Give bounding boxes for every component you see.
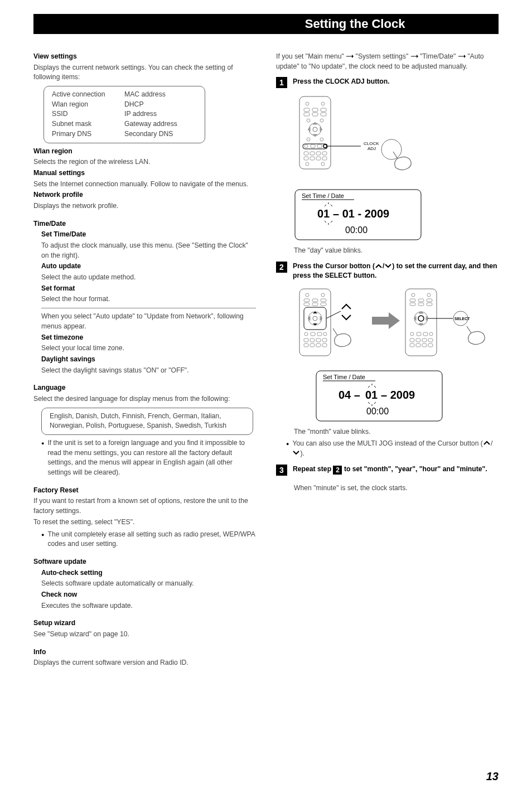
auto-check-text: Selects software update automatically or… (41, 579, 256, 589)
lcd-after: – 2009 (381, 389, 415, 401)
set-format-text: Select the hour format. (41, 294, 256, 304)
bullet-icon (41, 438, 44, 478)
check-now-text: Executes the software update. (41, 601, 256, 611)
manual-settings-text: Sets the Internet connection manually. F… (33, 180, 256, 190)
svg-text:ADJ: ADJ (367, 146, 376, 151)
arrow-icon (458, 52, 466, 62)
svg-marker-1 (352, 55, 354, 58)
lcd-day: 01 (317, 207, 330, 220)
step-3-note: When "minute" is set, the clock starts. (294, 483, 499, 494)
figure-remote-clock-adj: CLOCK ADJ (294, 94, 499, 183)
auto-update-text: Select the auto update method. (41, 273, 256, 283)
set-timezone-heading: Set timezone (41, 333, 256, 343)
step-number-2: 2 (276, 262, 287, 273)
bullet-icon (286, 439, 289, 459)
arrow-right-icon (372, 312, 400, 329)
vs-item: Subnet mask (52, 119, 124, 129)
header-gap (33, 14, 289, 34)
lcd-rest: – 01 - 2009 (333, 207, 389, 220)
info-heading: Info (33, 647, 256, 657)
factory-reset-p2: To reset the setting, select "YES". (33, 518, 256, 528)
step-2: 2 Press the Cursor botton (/) to set the… (276, 262, 499, 280)
factory-reset-bullet-text: The unit completely erase all setting su… (47, 530, 256, 549)
chevron-up-icon (483, 439, 491, 449)
vs-item: MAC address (124, 90, 197, 100)
divider (41, 308, 256, 308)
step-3: 3 Repeat step 2 to set "month", "year", … (276, 465, 499, 476)
factory-reset-heading: Factory Reset (33, 486, 256, 496)
lcd-month: 01 (365, 389, 378, 401)
daylight-heading: Daylight savings (41, 355, 256, 365)
lcd-time: 00:00 (366, 407, 389, 416)
vs-item: Primary DNS (52, 129, 124, 139)
lcd-title: Set Time / Date (302, 192, 344, 199)
chevron-down-icon (384, 262, 392, 271)
language-text: Select the desired language for display … (33, 394, 256, 404)
vs-item: Wlan region (52, 100, 124, 110)
step-number-1: 1 (276, 77, 287, 88)
arrow-icon (346, 52, 354, 62)
svg-marker-5 (464, 55, 466, 58)
svg-marker-3 (417, 55, 418, 58)
step-1: 1 Press the CLOCK ADJ button. (276, 77, 499, 88)
page-number: 13 (486, 768, 499, 785)
lcd-title: Set Time / Date (323, 374, 365, 380)
wlan-region-heading: Wlan region (33, 147, 256, 157)
setup-wizard-text: See "Setup wizard" on page 10. (33, 630, 256, 640)
set-timezone-text: Select your local time zone. (41, 344, 256, 354)
language-bullet-text: If the unit is set to a foreign language… (47, 438, 256, 478)
svg-line-112 (467, 326, 471, 333)
software-update-heading: Software update (33, 557, 256, 567)
view-settings-col-left: Active connection Wlan region SSID Subne… (52, 90, 124, 139)
left-column: View settings Displays the current netwo… (33, 52, 256, 669)
step-number-3: 3 (276, 465, 287, 476)
view-settings-box: Active connection Wlan region SSID Subne… (43, 86, 205, 143)
vs-item: Active connection (52, 90, 124, 100)
content-columns: View settings Displays the current netwo… (33, 52, 499, 669)
step-2-text: Press the Cursor botton (/) to set the c… (293, 262, 499, 280)
chevron-down-icon (292, 449, 300, 459)
arrow-icon (410, 52, 418, 62)
bullet-icon (41, 530, 44, 549)
chevron-up-icon (375, 262, 383, 271)
step-2-bullet: You can also use the MULTI JOG instead o… (286, 439, 499, 459)
language-box: English, Danish, Dutch, Finnish, French,… (41, 408, 253, 435)
info-text: Displays the current software version an… (33, 658, 256, 668)
step-2-bullet-text: You can also use the MULTI JOG instead o… (292, 439, 499, 459)
language-list: English, Danish, Dutch, Finnish, French,… (50, 412, 245, 431)
vs-item: IP address (124, 109, 197, 119)
lcd-time: 00:00 (345, 225, 367, 235)
svg-line-81 (333, 328, 337, 335)
figure-lcd-1: Set Time / Date 01 – 01 - 2009 00:00 (294, 188, 499, 241)
vs-item: Gateway address (124, 119, 197, 129)
vs-item: SSID (52, 109, 124, 119)
lcd-before: 04 – (338, 389, 360, 401)
view-settings-text: Displays the current network settings. Y… (33, 63, 256, 83)
remote-illustration: CLOCK ADJ (294, 94, 439, 183)
language-heading: Language (33, 383, 256, 393)
clock-adj-label: CLOCK (364, 141, 379, 146)
step-3-text: Repeat step 2 to set "month", "year", "h… (293, 465, 487, 476)
factory-reset-bullet: The unit completely erase all setting su… (41, 530, 256, 549)
svg-text:SELECT: SELECT (454, 317, 470, 321)
step-1-note: The "day" value blinks. (294, 246, 499, 256)
set-time-date-heading: Set Time/Date (41, 230, 256, 240)
inline-step-ref-2: 2 (333, 466, 342, 475)
auto-check-heading: Auto-check setting (41, 568, 256, 578)
factory-reset-p1: If you want to restart from a known set … (33, 496, 256, 516)
view-settings-heading: View settings (33, 52, 256, 62)
chapter-title: Setting the Clock (289, 14, 499, 34)
wlan-region-text: Selects the region of the wireless LAN. (33, 157, 256, 167)
setup-wizard-heading: Setup wizard (33, 618, 256, 628)
network-profile-heading: Network profile (33, 190, 256, 200)
figure-remote-cursor-select: SELECT (294, 286, 499, 364)
svg-point-42 (381, 139, 402, 159)
daylight-text: Select the daylight savings status "ON" … (41, 366, 256, 376)
language-bullet: If the unit is set to a foreign language… (41, 438, 256, 478)
figure-lcd-2: Set Time / Date 04 – 01 – 2009 00:00 (315, 370, 499, 423)
time-date-note: When you select "Auto update" to "Update… (41, 312, 256, 331)
step-1-text: Press the CLOCK ADJ button. (293, 77, 390, 88)
right-column: If you set "Main menu" "System settings"… (276, 52, 499, 669)
vs-item: DHCP (124, 100, 197, 110)
page: Setting the Clock View settings Displays… (0, 0, 532, 798)
